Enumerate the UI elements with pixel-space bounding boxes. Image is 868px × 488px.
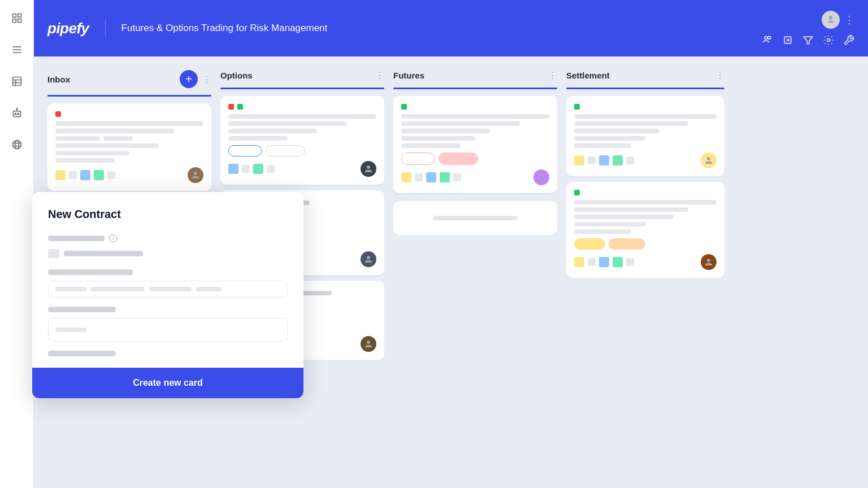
- card[interactable]: [566, 96, 724, 176]
- card-icon: [626, 258, 634, 266]
- column-futures-title: Futures: [393, 71, 544, 80]
- modal-section1-label: [48, 269, 133, 275]
- svg-point-16: [12, 141, 21, 149]
- card-icon-4: [94, 170, 104, 180]
- card-tags: [228, 145, 376, 156]
- column-options-header: Options ⋮: [220, 70, 384, 81]
- tag-yellow: [574, 238, 605, 250]
- column-inbox-header: Inbox + ⋮: [47, 70, 211, 88]
- card-avatar: [188, 167, 203, 183]
- card-icon: [626, 156, 634, 164]
- column-settlement: Settlement ⋮: [566, 70, 724, 474]
- svg-point-25: [827, 39, 830, 42]
- column-futures: Futures ⋮: [393, 70, 557, 474]
- dot-red: [228, 104, 234, 110]
- card-line: [574, 207, 688, 212]
- header-divider: [105, 20, 106, 37]
- column-options-bar: [220, 88, 384, 89]
- card-icon: [228, 164, 238, 174]
- card-icon: [574, 155, 584, 165]
- modal-attach-row: [48, 249, 288, 258]
- column-futures-bar: [393, 88, 557, 89]
- column-options-menu[interactable]: ⋮: [375, 70, 384, 81]
- column-settlement-menu[interactable]: ⋮: [715, 70, 724, 81]
- card-line: [401, 129, 490, 133]
- card-line: [228, 136, 288, 141]
- placeholder-bar: [55, 328, 86, 332]
- sidebar-icon-table[interactable]: [8, 72, 26, 90]
- svg-rect-2: [12, 19, 16, 23]
- svg-point-21: [768, 36, 771, 39]
- column-settlement-cards: [566, 96, 724, 278]
- card-line: [401, 136, 475, 141]
- card-line: [55, 121, 203, 126]
- card[interactable]: [393, 96, 557, 193]
- card-line: [55, 158, 115, 163]
- card-indicator: [55, 111, 203, 117]
- sidebar-icon-globe[interactable]: [8, 136, 26, 154]
- card-avatar: [533, 169, 549, 185]
- column-settlement-title: Settlement: [566, 71, 711, 80]
- card[interactable]: [566, 182, 724, 278]
- modal-input2[interactable]: [48, 318, 288, 342]
- header-title: Futures & Options Trading for Risk Manag…: [121, 23, 328, 34]
- card[interactable]: [220, 96, 384, 185]
- svg-rect-1: [18, 14, 21, 18]
- tag-pink: [439, 152, 478, 165]
- card-line: [228, 121, 347, 126]
- placeholder-bar: [91, 287, 145, 291]
- card-avatar: [701, 152, 717, 168]
- column-inbox-add-button[interactable]: +: [180, 70, 198, 88]
- sidebar-icon-list[interactable]: [8, 41, 26, 59]
- empty-card: [393, 201, 557, 235]
- create-new-card-button[interactable]: Create new card: [133, 378, 203, 388]
- card-icon: [613, 257, 623, 267]
- column-inbox-menu[interactable]: ⋮: [202, 74, 211, 85]
- card-icon: [440, 172, 450, 182]
- card-line: [401, 114, 549, 119]
- card-lines: [55, 121, 203, 163]
- card-line: [574, 229, 631, 234]
- column-settlement-bar: [566, 88, 724, 89]
- modal-section2-label: [48, 307, 116, 312]
- modal-input1[interactable]: [48, 281, 288, 298]
- card-icon: [253, 164, 263, 174]
- card[interactable]: [47, 103, 211, 191]
- modal-field1-label-row: i: [48, 234, 288, 242]
- new-contract-modal: New Contract i: [32, 192, 303, 398]
- card-line: [574, 143, 631, 148]
- card-icon-2: [69, 171, 77, 179]
- dot-red: [55, 111, 61, 117]
- sidebar: [0, 0, 34, 488]
- header-menu-icon[interactable]: ⋮: [844, 14, 854, 26]
- card-indicator: [574, 104, 717, 110]
- card-icons: [228, 164, 275, 174]
- card-icon-3: [80, 170, 90, 180]
- card-icon: [599, 257, 609, 267]
- people-icon[interactable]: [762, 34, 773, 46]
- card-line: [401, 121, 520, 126]
- card-line: [574, 121, 688, 126]
- card-avatar: [361, 161, 376, 177]
- card-icon: [426, 172, 436, 182]
- wrench-icon[interactable]: [843, 34, 854, 46]
- header-bottom-row: [762, 34, 854, 46]
- svg-rect-3: [18, 19, 21, 23]
- card-icons: [574, 257, 634, 267]
- svg-point-13: [18, 113, 19, 115]
- export-icon[interactable]: [782, 34, 793, 46]
- sidebar-icon-bot[interactable]: [8, 104, 26, 122]
- settings-icon[interactable]: [823, 34, 834, 46]
- svg-point-20: [765, 36, 767, 39]
- column-futures-menu[interactable]: ⋮: [548, 70, 557, 81]
- modal-body: New Contract i: [32, 192, 303, 368]
- card-line: [55, 129, 174, 133]
- column-inbox-bar: [47, 95, 211, 97]
- sidebar-icon-grid[interactable]: [8, 9, 26, 27]
- dot-green: [401, 104, 407, 110]
- card-line: [55, 136, 100, 141]
- user-avatar[interactable]: [822, 11, 840, 29]
- filter-icon[interactable]: [802, 34, 814, 46]
- card-line: [574, 222, 645, 226]
- card-line: [55, 151, 129, 155]
